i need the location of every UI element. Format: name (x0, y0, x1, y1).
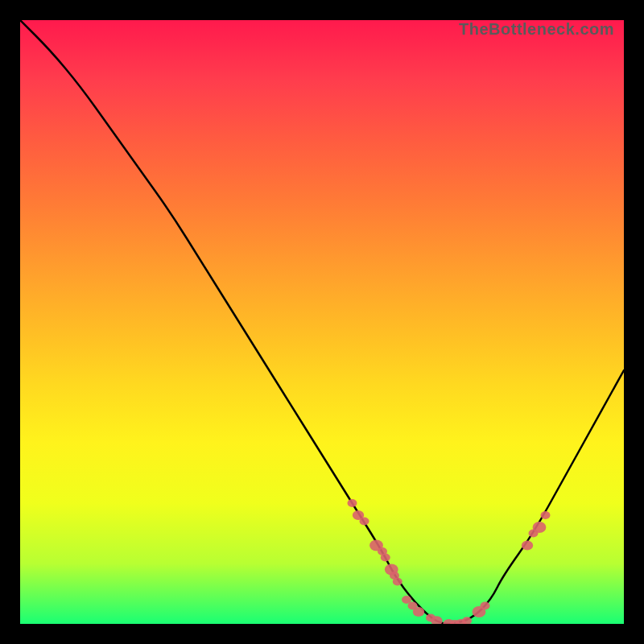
curve-marker (541, 511, 551, 519)
curve-marker (381, 554, 390, 562)
curve-marker (360, 518, 369, 526)
curve-marker (348, 499, 357, 507)
plot-area: TheBottleneck.com (20, 20, 624, 624)
watermark-text: TheBottleneck.com (459, 20, 614, 39)
chart-container: TheBottleneck.com (0, 0, 644, 644)
curve-marker (522, 541, 533, 551)
curve-marker (533, 522, 547, 533)
curve-marker (481, 602, 490, 610)
markers-group (348, 499, 551, 624)
curve-marker (393, 578, 402, 586)
chart-svg (20, 20, 624, 624)
curve-marker (413, 607, 424, 617)
